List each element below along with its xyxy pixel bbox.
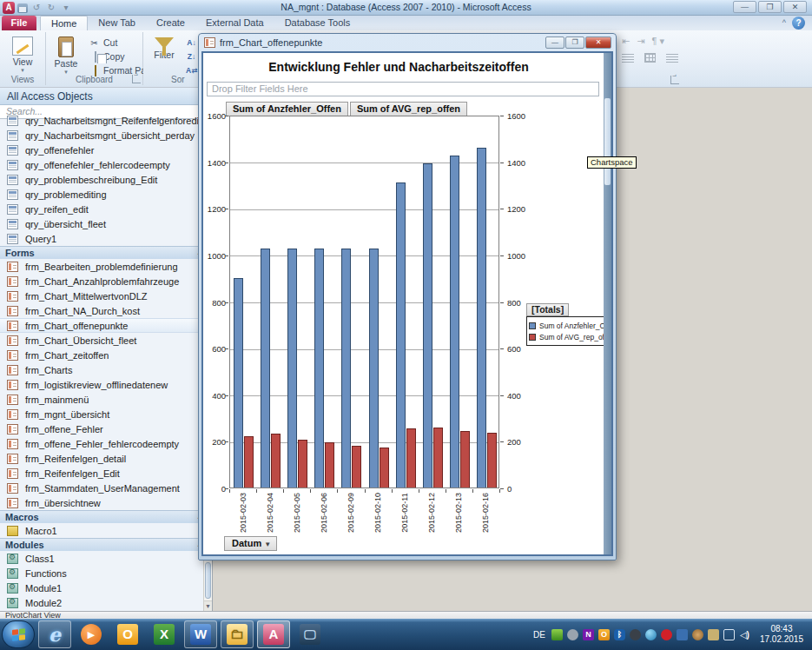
nav-item-module1[interactable]: Module1 <box>0 580 212 595</box>
nav-item-frm_chart_mittelwertvondlz[interactable]: frm_Chart_MittelwertvonDLZ <box>0 289 212 303</box>
bar-anzfehler-2015-02-16[interactable] <box>477 148 486 488</box>
bar-avg-rep-2015-02-06[interactable] <box>325 442 334 488</box>
tray-onenote-icon[interactable]: N <box>583 629 594 640</box>
bar-anzfehler-2015-02-09[interactable] <box>341 249 351 488</box>
tray-office-upload-icon[interactable]: O <box>598 629 610 640</box>
nav-item-frm_offene_fehler_fehlercodeempty[interactable]: frm_offene_Fehler_fehlercodeempty <box>0 436 212 451</box>
copy-button[interactable]: Copy <box>86 50 143 63</box>
bar-avg-rep-2015-02-16[interactable] <box>487 433 497 488</box>
nav-item-frm_chart_offenepunkte[interactable]: frm_Chart_offenepunkte <box>0 318 212 333</box>
taskbar-access[interactable]: A <box>257 620 290 648</box>
bar-anzfehler-2015-02-05[interactable] <box>287 249 297 488</box>
nav-scrollbar-thumb[interactable] <box>205 562 211 599</box>
bar-anzfehler-2015-02-13[interactable] <box>450 156 459 488</box>
bar-avg-rep-2015-02-12[interactable] <box>433 428 443 488</box>
tray-volume-icon[interactable]: ◁) <box>739 629 750 640</box>
nav-item-frm_mgnt_übersicht[interactable]: frm_mgnt_übersicht <box>0 407 212 421</box>
tray-pin-icon[interactable] <box>567 629 578 640</box>
taskbar-remote-desktop[interactable]: 🖵 <box>294 620 327 648</box>
taskbar-media-player[interactable]: ▶ <box>75 620 108 648</box>
form-minimize-button[interactable]: — <box>545 36 564 49</box>
form-close-button[interactable]: ✕ <box>585 36 611 49</box>
nav-item-qry_nacharbeitsmgnt_reifenfelgenforedit[interactable]: qry_Nacharbeitsmgnt_Reifenfelgenforedit <box>0 113 212 128</box>
tray-update-icon[interactable] <box>692 629 703 640</box>
nav-section-modules[interactable]: Modules <box>0 538 212 551</box>
restore-button[interactable]: ❐ <box>758 1 782 13</box>
bar-avg-rep-2015-02-10[interactable] <box>380 448 389 488</box>
bar-avg-rep-2015-02-09[interactable] <box>352 446 361 488</box>
nav-item-module2[interactable]: Module2 <box>0 595 212 610</box>
start-button[interactable] <box>2 620 35 648</box>
tab-new-tab[interactable]: New Tab <box>88 16 146 30</box>
tray-bluetooth-icon[interactable]: ᛒ <box>614 629 625 640</box>
clipboard-dialog-launcher[interactable] <box>132 75 141 83</box>
bar-avg-rep-2015-02-04[interactable] <box>271 434 281 488</box>
bar-avg-rep-2015-02-11[interactable] <box>406 428 416 488</box>
nav-item-qry_nacharbeitsmgnt_übersicht_perday[interactable]: qry_Nacharbeitsmgnt_übersicht_perday <box>0 128 212 143</box>
tray-antivirus-icon[interactable] <box>661 629 672 640</box>
cut-button[interactable]: ✂Cut <box>86 36 143 50</box>
nav-item-frm_bearbeiten_problemdefinierung[interactable]: frm_Bearbeiten_problemdefinierung <box>0 259 212 274</box>
nav-item-class1[interactable]: Class1 <box>0 551 212 566</box>
tray-headset-icon[interactable] <box>630 629 641 640</box>
form-scrollbar-thumb[interactable] <box>604 98 611 185</box>
nav-item-macro1[interactable]: Macro1 <box>0 523 212 538</box>
form-scrollbar[interactable] <box>604 53 611 554</box>
nav-pane-header[interactable]: All Access Objects <box>0 88 212 105</box>
field-button-avg-rep-offen[interactable]: Sum of AVG_rep_offen <box>350 102 467 116</box>
increase-indent-icon[interactable]: ⇥ <box>637 36 644 47</box>
nav-item-qry_offenefehler[interactable]: qry_offenefehler <box>0 143 212 157</box>
nav-item-qry_problemediting[interactable]: qry_problemediting <box>0 187 212 202</box>
language-indicator[interactable]: DE <box>533 630 547 640</box>
taskbar-internet-explorer[interactable]: e <box>38 620 71 648</box>
text-formatting-dialog-launcher[interactable] <box>670 76 679 84</box>
legend-totals-button[interactable]: [Totals] <box>526 303 569 316</box>
bar-avg-rep-2015-02-05[interactable] <box>298 440 307 488</box>
list-icon[interactable] <box>622 54 634 63</box>
alt-row-color-icon[interactable] <box>666 54 678 63</box>
nav-item-frm_stammdaten_usermanagement[interactable]: frm_Stammdaten_UserManagement <box>0 481 212 495</box>
form-maximize-button[interactable]: ❐ <box>565 36 584 49</box>
nav-item-qry_reifen_edit[interactable]: qry_reifen_edit <box>0 202 212 216</box>
nav-item-functions[interactable]: Functions <box>0 566 212 580</box>
decrease-indent-icon[interactable]: ⇤ <box>622 36 630 47</box>
tray-sync-folder-icon[interactable] <box>708 629 719 640</box>
bar-avg-rep-2015-02-13[interactable] <box>460 431 470 488</box>
minimize-ribbon-icon[interactable]: ^ <box>782 18 786 27</box>
nav-item-frm_chart_übersicht_fleet[interactable]: frm_Chart_Übersicht_fleet <box>0 333 212 348</box>
minimize-button[interactable]: — <box>733 1 756 13</box>
field-button-anzfehler-offen[interactable]: Sum of Anzfehler_Offen <box>226 102 348 116</box>
nav-section-forms[interactable]: Forms <box>0 246 212 259</box>
tab-database-tools[interactable]: Database Tools <box>274 16 361 30</box>
nav-item-frm_charts[interactable]: frm_Charts <box>0 362 212 377</box>
nav-item-frm_mainmenü[interactable]: frm_mainmenü <box>0 392 212 407</box>
tray-display-icon[interactable] <box>677 629 688 640</box>
bar-anzfehler-2015-02-10[interactable] <box>369 249 379 488</box>
nav-item-frm_chart_anzahlproblemfahrzeuge[interactable]: frm_Chart_Anzahlproblemfahrzeuge <box>0 274 212 289</box>
datum-field-button[interactable]: Datum ▼ <box>224 536 277 551</box>
taskbar-clock[interactable]: 08:43 17.02.2015 <box>755 624 810 645</box>
nav-item-frm_chart_na_durch_kost[interactable]: frm_Chart_NA_Durch_kost <box>0 303 212 318</box>
tab-create[interactable]: Create <box>146 16 195 30</box>
nav-item-frm_reifenfelgen_detail[interactable]: frm_Reifenfelgen_detail <box>0 451 212 466</box>
close-button[interactable]: ✕ <box>783 1 807 13</box>
nav-item-qry_problembeschreibung_edit[interactable]: qry_problembeschreibung_Edit <box>0 172 212 187</box>
nav-section-macros[interactable]: Macros <box>0 510 212 523</box>
bar-anzfehler-2015-02-04[interactable] <box>261 249 270 488</box>
nav-item-frm_offene_fehler[interactable]: frm_offene_Fehler <box>0 421 212 436</box>
bar-anzfehler-2015-02-03[interactable] <box>234 278 243 488</box>
nav-item-query1[interactable]: Query1 <box>0 231 212 246</box>
tray-network-globe-icon[interactable] <box>645 629 657 640</box>
bar-anzfehler-2015-02-12[interactable] <box>423 163 432 488</box>
taskbar-explorer[interactable]: 🗀 <box>221 620 254 648</box>
taskbar-word[interactable]: W <box>184 620 217 648</box>
bar-anzfehler-2015-02-11[interactable] <box>396 182 406 488</box>
gridlines-icon[interactable] <box>644 53 656 63</box>
drop-filter-fields-zone[interactable]: Drop Filter Fields Here <box>207 82 599 96</box>
bar-avg-rep-2015-02-03[interactable] <box>244 436 254 488</box>
nav-item-frm_reifenfelgen_edit[interactable]: frm_Reifenfelgen_Edit <box>0 466 212 481</box>
nav-item-qry_offenefehler_fehlercodeempty[interactable]: qry_offenefehler_fehlercodeempty <box>0 157 212 172</box>
bar-anzfehler-2015-02-06[interactable] <box>314 249 324 488</box>
taskbar-outlook[interactable]: O <box>111 620 144 648</box>
paragraph-marks-icon[interactable]: ¶ ▾ <box>651 36 664 47</box>
